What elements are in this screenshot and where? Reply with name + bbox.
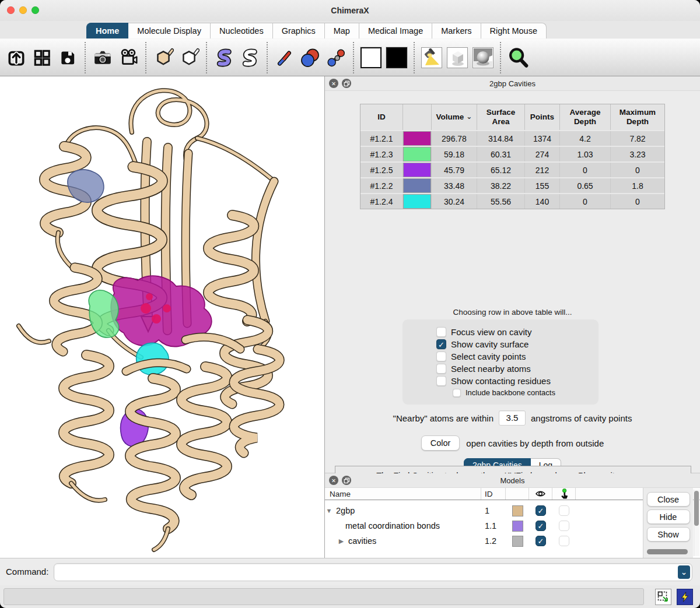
vertical-scrollbar-thumb[interactable]: [694, 491, 699, 526]
models-panel-float-icon[interactable]: [342, 476, 351, 485]
tab-nucleotides[interactable]: Nucleotides: [211, 23, 273, 38]
spin-movie-button[interactable]: [116, 42, 141, 73]
soft-lighting-button[interactable]: [444, 42, 470, 73]
model-shown-checkbox[interactable]: [536, 505, 546, 516]
zoom-button[interactable]: [505, 42, 531, 73]
model-color-swatch[interactable]: [512, 521, 523, 532]
stick-style-button[interactable]: [272, 42, 298, 73]
tab-right-mouse[interactable]: Right Mouse: [481, 23, 547, 38]
cell-points: 155: [525, 178, 560, 193]
cavities-panel-float-icon[interactable]: [342, 79, 351, 88]
tab-molecule-display[interactable]: Molecule Display: [128, 23, 211, 38]
col-header-id[interactable]: ID: [481, 488, 506, 500]
cavities-panel-close-icon[interactable]: ✕: [329, 79, 338, 88]
col-header-points[interactable]: Points: [525, 104, 560, 130]
vertical-scrollbar[interactable]: [694, 490, 699, 556]
model-id: 1.2: [481, 536, 506, 546]
models-panel-close-icon[interactable]: ✕: [329, 476, 338, 485]
color-swatch[interactable]: [403, 178, 431, 193]
black-background-button[interactable]: [384, 42, 410, 73]
cavity-table-row[interactable]: #1.2.3 59.18 60.31 274 1.03 3.23: [360, 146, 664, 161]
color-swatch[interactable]: [403, 194, 431, 209]
hide-cartoons-button[interactable]: [237, 42, 262, 73]
command-history-dropdown-button[interactable]: ⌄: [678, 565, 690, 579]
models-show-button[interactable]: Show: [647, 527, 690, 542]
models-close-button[interactable]: Close: [647, 492, 690, 507]
col-header-average-depth[interactable]: Average Depth: [560, 104, 611, 130]
cell-points: 140: [525, 194, 560, 209]
col-header-color[interactable]: [403, 104, 432, 130]
open-button[interactable]: [4, 42, 29, 73]
hide-atoms-button[interactable]: [176, 42, 202, 73]
cavity-table-row[interactable]: #1.2.5 45.79 65.12 212 0 0: [360, 161, 664, 177]
color-button[interactable]: Color: [421, 435, 460, 451]
color-swatch[interactable]: [403, 163, 431, 177]
nearby-distance-input[interactable]: 3.5: [499, 410, 526, 426]
save-button[interactable]: [55, 42, 80, 73]
show-cartoons-button[interactable]: [211, 42, 237, 73]
command-input[interactable]: ⌄: [54, 563, 692, 581]
recent-files-button[interactable]: [29, 42, 55, 73]
tab-medical-image[interactable]: Medical Image: [359, 23, 432, 38]
tab-markers[interactable]: Markers: [432, 23, 481, 38]
sphere-style-button[interactable]: [298, 42, 323, 73]
option-select-cavity-points[interactable]: Select cavity points: [436, 352, 598, 361]
toolbar-separator: [414, 42, 415, 73]
option-select-nearby-atoms[interactable]: Select nearby atoms: [436, 364, 598, 374]
horizontal-scrollbar-thumb[interactable]: [647, 549, 688, 554]
disclosure-expanded-icon[interactable]: ▼: [325, 507, 333, 514]
graphics-viewport[interactable]: [0, 76, 325, 558]
simple-lighting-button[interactable]: [419, 42, 444, 73]
full-lighting-button[interactable]: [470, 42, 496, 73]
models-hide-button[interactable]: Hide: [647, 509, 690, 524]
cell-maximum-depth: 1.8: [611, 178, 664, 193]
tab-home[interactable]: Home: [86, 23, 128, 38]
checkbox[interactable]: [453, 389, 461, 397]
col-header-shown[interactable]: [529, 488, 552, 500]
option-include-backbone-contacts[interactable]: Include backbone contacts: [453, 388, 598, 397]
cavities-table-header: ID Volume⌄ Surface Area Points Average D…: [360, 104, 664, 130]
cell-average-depth: 1.03: [560, 147, 611, 161]
checkbox[interactable]: [436, 376, 446, 386]
model-shown-checkbox[interactable]: [536, 536, 546, 546]
option-show-cavity-surface[interactable]: Show cavity surface: [436, 339, 598, 349]
models-panel-title: Models: [501, 476, 525, 485]
col-header-surface-area[interactable]: Surface Area: [477, 104, 525, 130]
open-icon: [6, 48, 26, 68]
checkbox[interactable]: [436, 352, 446, 361]
cell-maximum-depth: 7.82: [611, 131, 664, 146]
cavity-table-row[interactable]: #1.2.1 296.78 314.84 1374 4.2 7.82: [360, 130, 664, 146]
cell-maximum-depth: 0: [611, 194, 664, 209]
model-color-swatch[interactable]: [512, 505, 523, 516]
cavity-table-row[interactable]: #1.2.2 33.48 38.22 155 0.65 1.8: [360, 177, 664, 193]
color-swatch[interactable]: [403, 131, 431, 146]
checkbox[interactable]: [436, 339, 446, 349]
col-header-id[interactable]: ID: [360, 104, 403, 130]
cavities-table[interactable]: ID Volume⌄ Surface Area Points Average D…: [360, 104, 665, 209]
show-atoms-button[interactable]: [150, 42, 176, 73]
fast-mode-button[interactable]: [677, 589, 693, 605]
white-background-button[interactable]: [358, 42, 384, 73]
col-header-volume[interactable]: Volume⌄: [432, 104, 477, 130]
tab-map[interactable]: Map: [325, 23, 359, 38]
model-selected-checkbox[interactable]: [559, 505, 569, 516]
option-focus-view[interactable]: Focus view on cavity: [436, 327, 598, 337]
model-selected-checkbox[interactable]: [559, 536, 569, 546]
resize-graphics-button[interactable]: [655, 589, 671, 605]
tab-graphics[interactable]: Graphics: [273, 23, 325, 38]
col-header-selected[interactable]: [552, 488, 576, 500]
option-show-contacting-residues[interactable]: Show contacting residues: [436, 376, 598, 386]
ball-and-stick-style-button[interactable]: [323, 42, 349, 73]
model-selected-checkbox[interactable]: [559, 521, 569, 531]
col-header-name[interactable]: Name: [325, 488, 481, 500]
cavity-table-row[interactable]: #1.2.4 30.24 55.56 140 0 0: [360, 193, 664, 209]
snapshot-button[interactable]: [90, 42, 116, 73]
model-shown-checkbox[interactable]: [536, 521, 546, 531]
checkbox[interactable]: [436, 327, 446, 337]
model-color-swatch[interactable]: [512, 536, 523, 547]
col-header-color[interactable]: [506, 488, 529, 500]
color-swatch[interactable]: [403, 147, 431, 161]
checkbox[interactable]: [436, 364, 446, 374]
disclosure-collapsed-icon[interactable]: ▶: [337, 537, 345, 545]
col-header-maximum-depth[interactable]: Maximum Depth: [611, 104, 664, 130]
